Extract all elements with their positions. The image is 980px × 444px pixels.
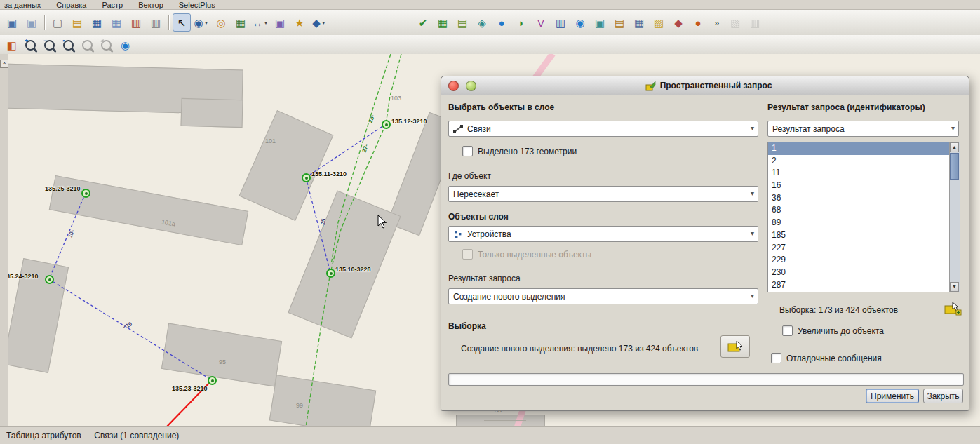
result-id-rows[interactable]: 121116366889185227229230287	[768, 142, 950, 292]
dialog-title-bar[interactable]: Пространственный запрос	[441, 76, 969, 95]
left-panel-strip[interactable]: ×	[0, 54, 8, 427]
checkbox-box[interactable]	[771, 353, 781, 363]
toolbar-overflow-chevron[interactable]: »	[714, 18, 719, 28]
new-file-icon[interactable]: ▢	[48, 13, 67, 32]
zoom-toolbar: ◧+−▪◂◉	[0, 35, 980, 55]
zoom-native-icon[interactable]: ▪	[60, 36, 77, 53]
result-id-item[interactable]: 229	[768, 254, 950, 267]
select-tool-icon[interactable]: ↖	[173, 13, 191, 32]
close-button[interactable]: Закрыть	[923, 389, 963, 403]
identify-icon[interactable]: ◉▼	[192, 13, 210, 32]
zoom-last-icon[interactable]: ◂	[98, 36, 115, 53]
plugin-diamond-icon[interactable]: ◈	[473, 13, 491, 32]
plugin-table-icon[interactable]: ▦	[630, 13, 648, 32]
menu-item[interactable]: Растр	[102, 1, 123, 9]
device-marker[interactable]	[302, 173, 311, 182]
select-from-result-button[interactable]	[939, 297, 966, 320]
result-id-item[interactable]: 89	[768, 217, 950, 229]
debug-messages-checkbox[interactable]: Отладочные сообщения	[771, 353, 882, 363]
scroll-thumb[interactable]	[950, 153, 959, 180]
device-marker[interactable]	[81, 189, 90, 198]
apply-button[interactable]: Применить	[866, 389, 919, 403]
device-marker[interactable]	[208, 376, 217, 385]
plugin-globe-icon[interactable]: ●	[492, 13, 511, 32]
spatial-query-icon	[645, 81, 656, 91]
open-project-icon[interactable]: ▣	[22, 13, 41, 32]
zoom-to-object-checkbox[interactable]: Увеличить до объекта	[782, 325, 884, 336]
toolbar-separator	[44, 15, 45, 30]
result-mode-label: Результат запроса	[448, 274, 521, 283]
plugin-chart-icon[interactable]: ▦	[434, 13, 452, 32]
paste-icon[interactable]: ▥	[746, 13, 764, 32]
cable-length-label: -25	[320, 218, 328, 227]
touch-zoom-icon[interactable]: ◧	[3, 36, 20, 53]
result-id-item[interactable]: 230	[768, 267, 950, 279]
plugin-search-icon[interactable]: ◉	[571, 13, 589, 32]
menu-item[interactable]: SelectPlus	[179, 1, 215, 9]
result-id-item[interactable]: 68	[768, 204, 950, 217]
scroll-down-icon[interactable]: ▼	[950, 282, 959, 292]
print-composer-icon[interactable]: ▥	[127, 13, 145, 32]
composer-manager-icon[interactable]: ▥	[147, 13, 165, 32]
device-marker[interactable]	[326, 269, 335, 278]
plugin-fire-icon[interactable]: ●	[689, 13, 707, 32]
result-id-item[interactable]: 185	[768, 229, 950, 242]
apply-selection-button[interactable]	[720, 335, 750, 358]
save-icon[interactable]: ▦	[88, 13, 106, 32]
result-mode-combobox[interactable]: Создание нового выделения ▾	[448, 288, 758, 304]
plugin-image-icon[interactable]: ▣	[591, 13, 609, 32]
result-id-listbox[interactable]: 121116366889185227229230287 ▲ ▼	[767, 142, 960, 292]
window-close-icon[interactable]	[448, 81, 459, 91]
result-id-item[interactable]: 287	[768, 279, 950, 292]
open-file-icon[interactable]: ▤	[68, 13, 86, 32]
plugin-db-icon[interactable]: ◆	[669, 13, 687, 32]
result-id-item[interactable]: 11	[768, 167, 950, 180]
links-layer-icon	[453, 124, 464, 134]
window-minimize-icon[interactable]	[466, 81, 476, 91]
zoom-selection-icon[interactable]	[79, 36, 96, 53]
bookmark-icon[interactable]: ★	[290, 13, 309, 32]
result-id-item[interactable]: 1	[768, 142, 950, 155]
reference-layer-header: Объекты слоя	[448, 212, 509, 222]
menu-item[interactable]: Справка	[56, 1, 86, 9]
plugin-copy-icon[interactable]: ▤	[610, 13, 629, 32]
measure-icon[interactable]: ↔▼	[251, 13, 269, 32]
menu-item[interactable]: за данных	[4, 1, 41, 9]
panel-close-icon[interactable]: ×	[0, 60, 8, 68]
checkbox-box[interactable]	[462, 146, 473, 156]
selected-geometries-checkbox[interactable]: Выделено 173 геометрии	[462, 146, 577, 156]
web-globe-icon[interactable]: ◉	[116, 36, 134, 53]
plugin-vector-icon[interactable]: V	[532, 13, 550, 32]
zoom-out-icon[interactable]: −	[41, 36, 58, 53]
scroll-up-icon[interactable]: ▲	[950, 142, 959, 152]
reference-layer-combobox[interactable]: Устройства ▾	[448, 226, 758, 242]
device-label: 135.11-3210	[311, 170, 347, 177]
checkbox-label: Увеличить до объекта	[798, 326, 884, 336]
menu-item[interactable]: Вектор	[138, 1, 163, 9]
cut-icon[interactable]: ▧	[726, 13, 744, 32]
result-id-item[interactable]: 16	[768, 180, 950, 192]
result-id-item[interactable]: 2	[768, 155, 950, 168]
new-project-icon[interactable]: ▣	[3, 13, 21, 32]
save-as-icon[interactable]: ▦	[107, 13, 126, 32]
annotation-icon[interactable]: ◆▼	[310, 13, 328, 32]
source-layer-combobox[interactable]: Связи ▾	[448, 121, 758, 137]
attribute-table-icon[interactable]: ▦	[231, 13, 250, 32]
capture-icon[interactable]: ◎	[212, 13, 230, 32]
plugin-raster-icon[interactable]: ▤	[453, 13, 471, 32]
predicate-combobox[interactable]: Пересекает ▾	[448, 186, 758, 202]
checkbox-box[interactable]	[782, 325, 793, 336]
plugin-book-icon[interactable]: ▥	[551, 13, 570, 32]
plugin-folder-icon[interactable]: ▨	[650, 13, 668, 32]
device-marker[interactable]	[45, 275, 54, 284]
map-tips-icon[interactable]: ▣	[271, 13, 289, 32]
result-id-item[interactable]: 36	[768, 192, 950, 205]
plugin-check-icon[interactable]: ✔	[414, 13, 432, 32]
result-view-combobox[interactable]: Результат запроса ▾	[767, 121, 959, 137]
result-view-value: Результат запроса	[772, 124, 845, 134]
plugin-leaf-icon[interactable]: ◗	[512, 13, 530, 32]
device-marker[interactable]	[382, 120, 391, 129]
result-id-item[interactable]: 227	[768, 242, 950, 255]
list-scrollbar[interactable]: ▲ ▼	[949, 142, 960, 292]
zoom-in-icon[interactable]: +	[22, 36, 39, 53]
